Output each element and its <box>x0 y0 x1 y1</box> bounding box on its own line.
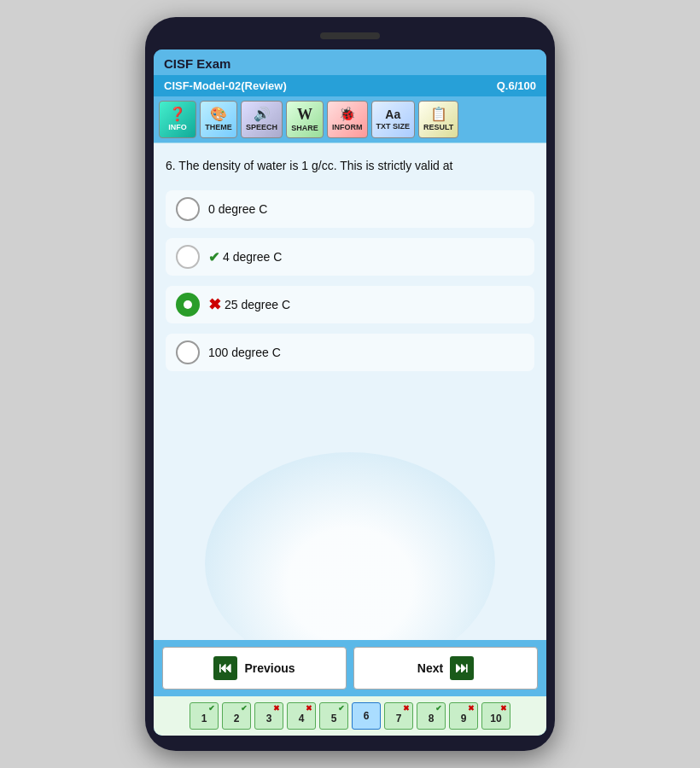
speech-icon: 🔊 <box>254 108 271 121</box>
cell-5-marker: ✔ <box>338 704 345 713</box>
radio-a <box>176 197 200 221</box>
theme-icon: 🎨 <box>210 108 227 121</box>
cell-10-num: 10 <box>490 713 501 724</box>
option-b-label: ✔4 degree C <box>208 249 282 265</box>
cell-4-marker: ✖ <box>306 704 312 713</box>
grid-cell-5[interactable]: ✔ 5 <box>319 702 348 730</box>
option-d[interactable]: 100 degree C <box>166 334 534 371</box>
cell-6-num: 6 <box>364 710 370 722</box>
grid-cell-8[interactable]: ✔ 8 <box>417 702 446 730</box>
radio-d <box>176 340 200 364</box>
option-b[interactable]: ✔4 degree C <box>166 238 534 276</box>
cell-2-marker: ✔ <box>241 704 248 713</box>
option-c[interactable]: ✖25 degree C <box>166 286 534 323</box>
app-title: CISF Exam <box>164 56 230 71</box>
grid-cell-3[interactable]: ✖ 3 <box>254 702 283 730</box>
txtsize-label: TXT SIZE <box>376 122 411 131</box>
question-num: Q.6/100 <box>497 79 536 92</box>
cell-7-num: 7 <box>396 713 402 724</box>
content-area: 6. The density of water is 1 g/cc. This … <box>154 143 546 640</box>
cell-1-num: 1 <box>201 713 207 724</box>
cell-7-marker: ✖ <box>403 704 410 713</box>
checkmark-icon: ✔ <box>208 249 219 265</box>
radio-c <box>176 293 200 317</box>
toolbar-btn-speech[interactable]: 🔊 SPEECH <box>241 101 283 138</box>
title-bar: CISF Exam <box>154 49 546 75</box>
grid-cell-7[interactable]: ✖ 7 <box>384 702 413 730</box>
crossmark-icon: ✖ <box>208 295 221 314</box>
next-icon: ⏭ <box>450 656 474 680</box>
grid-cell-6[interactable]: 6 <box>352 702 381 730</box>
phone-screen: CISF Exam CISF-Model-02(Review) Q.6/100 … <box>154 49 546 736</box>
option-c-label: ✖25 degree C <box>208 295 290 314</box>
info-label: INFO <box>168 123 187 131</box>
toolbar-btn-txtsize[interactable]: Aa TXT SIZE <box>371 101 416 138</box>
subtitle-bar: CISF-Model-02(Review) Q.6/100 <box>154 75 546 96</box>
grid-cell-9[interactable]: ✖ 9 <box>449 702 478 730</box>
question-grid: ✔ 1 ✔ 2 ✖ 3 ✖ 4 ✔ 5 6 ✖ <box>154 696 546 736</box>
speech-label: SPEECH <box>246 123 277 131</box>
toolbar-btn-result[interactable]: 📋 RESULT <box>418 101 458 138</box>
phone-frame: CISF Exam CISF-Model-02(Review) Q.6/100 … <box>145 17 555 751</box>
radio-b <box>176 245 200 269</box>
cell-9-num: 9 <box>461 713 467 724</box>
phone-speaker <box>320 32 380 39</box>
nav-bar: ⏮ Previous Next ⏭ <box>154 640 546 696</box>
share-label: SHARE <box>291 124 318 132</box>
grid-cell-1[interactable]: ✔ 1 <box>190 702 219 730</box>
result-label: RESULT <box>423 123 453 131</box>
theme-label: THEME <box>205 123 232 131</box>
question-text: 6. The density of water is 1 g/cc. This … <box>166 157 534 175</box>
options-list: 0 degree C ✔4 degree C ✖25 degree C <box>166 190 534 371</box>
grid-cell-4[interactable]: ✖ 4 <box>287 702 316 730</box>
toolbar-btn-share[interactable]: W SHARE <box>286 101 324 138</box>
cell-4-num: 4 <box>299 713 305 724</box>
info-icon: ❓ <box>169 108 186 121</box>
txtsize-icon: Aa <box>385 108 400 120</box>
inform-icon: 🐞 <box>339 108 356 121</box>
next-button[interactable]: Next ⏭ <box>353 647 538 689</box>
cell-10-marker: ✖ <box>500 704 507 713</box>
question-body: The density of water is 1 g/cc. This is … <box>176 159 453 172</box>
prev-icon: ⏮ <box>213 656 237 680</box>
prev-label: Previous <box>244 661 295 675</box>
cell-1-marker: ✔ <box>208 704 215 713</box>
toolbar: ❓ INFO 🎨 THEME 🔊 SPEECH W SHARE 🐞 INFORM… <box>154 96 546 143</box>
grid-cell-10[interactable]: ✖ 10 <box>481 702 510 730</box>
model-title: CISF-Model-02(Review) <box>164 79 287 92</box>
radio-dot <box>184 300 192 309</box>
next-label: Next <box>417 661 443 675</box>
cell-3-num: 3 <box>266 713 272 724</box>
cell-3-marker: ✖ <box>273 704 280 713</box>
toolbar-btn-info[interactable]: ❓ INFO <box>159 101 196 138</box>
option-d-label: 100 degree C <box>208 346 281 359</box>
option-a[interactable]: 0 degree C <box>166 190 534 228</box>
cell-5-num: 5 <box>331 713 337 724</box>
question-number: 6. <box>166 159 176 172</box>
grid-cell-2[interactable]: ✔ 2 <box>222 702 251 730</box>
toolbar-btn-theme[interactable]: 🎨 THEME <box>200 101 237 138</box>
cell-8-num: 8 <box>429 713 435 724</box>
cell-2-num: 2 <box>234 713 240 724</box>
cell-9-marker: ✖ <box>468 704 475 713</box>
toolbar-btn-inform[interactable]: 🐞 INFORM <box>327 101 368 138</box>
cell-8-marker: ✔ <box>435 704 442 713</box>
prev-button[interactable]: ⏮ Previous <box>162 647 347 689</box>
option-a-label: 0 degree C <box>208 202 267 216</box>
bg-decoration <box>205 452 495 640</box>
inform-label: INFORM <box>332 123 363 131</box>
share-icon: W <box>297 107 312 122</box>
result-icon: 📋 <box>430 108 447 121</box>
